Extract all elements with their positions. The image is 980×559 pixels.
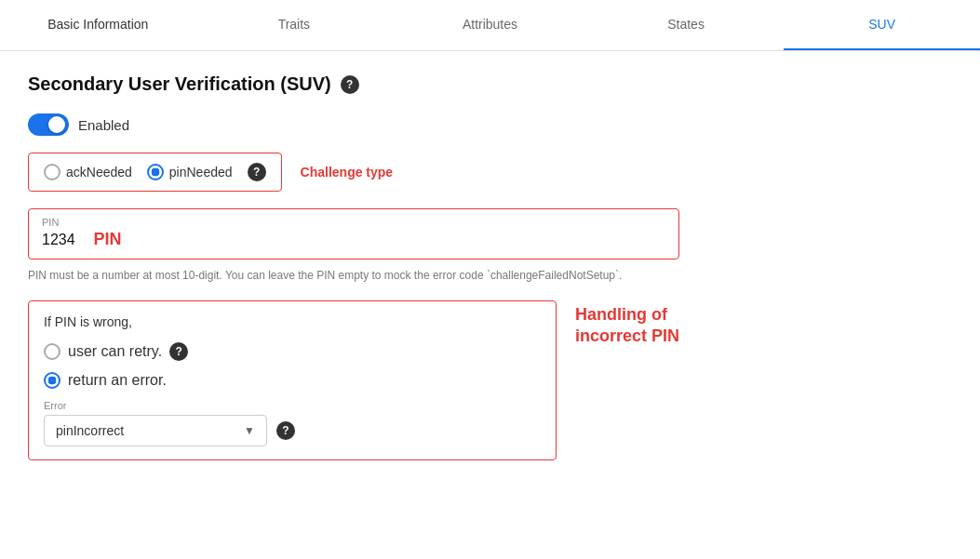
radio-error-label: return an error. bbox=[68, 372, 167, 389]
left-panel: Secondary User Verification (SUV) ? Enab… bbox=[28, 73, 679, 460]
toggle-thumb bbox=[48, 116, 65, 133]
radio-user-retry-row: user can retry. ? bbox=[44, 342, 541, 361]
tab-suv[interactable]: SUV bbox=[784, 0, 980, 50]
radio-ack-needed[interactable]: ackNeeded bbox=[44, 164, 132, 180]
pin-display-label: PIN bbox=[94, 230, 122, 249]
pin-hint: PIN must be a number at most 10-digit. Y… bbox=[28, 267, 679, 284]
pin-row: 1234 PIN bbox=[42, 230, 665, 249]
chevron-down-icon: ▼ bbox=[244, 424, 255, 437]
incorrect-pin-box: If PIN is wrong, user can retry. ? retur… bbox=[28, 300, 557, 460]
challenge-type-box: ackNeeded pinNeeded ? bbox=[28, 153, 282, 192]
radio-ack-label: ackNeeded bbox=[66, 165, 132, 180]
error-select-row: pinIncorrect ▼ ? bbox=[44, 415, 541, 446]
pin-field-label: PIN bbox=[42, 217, 665, 228]
title-help-icon[interactable]: ? bbox=[341, 75, 359, 94]
tab-bar: Basic Information Traits Attributes Stat… bbox=[0, 0, 980, 51]
content-area: Secondary User Verification (SUV) ? Enab… bbox=[0, 51, 980, 483]
pin-box: PIN 1234 PIN bbox=[28, 208, 679, 260]
incorrect-pin-title: If PIN is wrong, bbox=[44, 314, 541, 329]
error-select-value: pinIncorrect bbox=[56, 423, 124, 438]
radio-return-error-row: return an error. bbox=[44, 372, 541, 389]
error-help-icon[interactable]: ? bbox=[276, 421, 295, 440]
section-title: Secondary User Verification (SUV) ? bbox=[28, 73, 679, 95]
handling-incorrect-pin-label: Handling ofincorrect PIN bbox=[575, 304, 679, 348]
toggle-label: Enabled bbox=[78, 117, 129, 133]
radio-circle-pin bbox=[147, 164, 164, 180]
enabled-toggle[interactable] bbox=[28, 113, 69, 136]
retry-help-icon[interactable]: ? bbox=[169, 342, 188, 361]
error-select-label: Error bbox=[44, 400, 541, 411]
error-select-section: Error pinIncorrect ▼ ? bbox=[44, 400, 541, 446]
handling-label-container: Handling ofincorrect PIN bbox=[575, 300, 679, 348]
radio-circle-ack bbox=[44, 164, 60, 180]
challenge-type-label: Challenge type bbox=[301, 165, 394, 180]
radio-circle-error[interactable] bbox=[44, 372, 60, 389]
tab-states[interactable]: States bbox=[588, 0, 785, 50]
section-title-text: Secondary User Verification (SUV) bbox=[28, 73, 331, 95]
challenge-help-icon[interactable]: ? bbox=[248, 163, 266, 181]
radio-circle-retry[interactable] bbox=[44, 343, 60, 360]
incorrect-pin-row: If PIN is wrong, user can retry. ? retur… bbox=[28, 300, 679, 460]
challenge-type-row: ackNeeded pinNeeded ? Challenge type bbox=[28, 153, 679, 192]
error-select-dropdown[interactable]: pinIncorrect ▼ bbox=[44, 415, 267, 446]
radio-pin-label: pinNeeded bbox=[169, 165, 233, 180]
toggle-row: Enabled bbox=[28, 113, 679, 136]
tab-attributes[interactable]: Attributes bbox=[392, 0, 588, 50]
tab-basic-information[interactable]: Basic Information bbox=[0, 0, 196, 50]
pin-value[interactable]: 1234 bbox=[42, 232, 75, 248]
radio-pin-needed[interactable]: pinNeeded bbox=[147, 164, 233, 180]
toggle-track bbox=[28, 113, 69, 136]
radio-retry-label: user can retry. bbox=[68, 343, 162, 360]
tab-traits[interactable]: Traits bbox=[196, 0, 393, 50]
